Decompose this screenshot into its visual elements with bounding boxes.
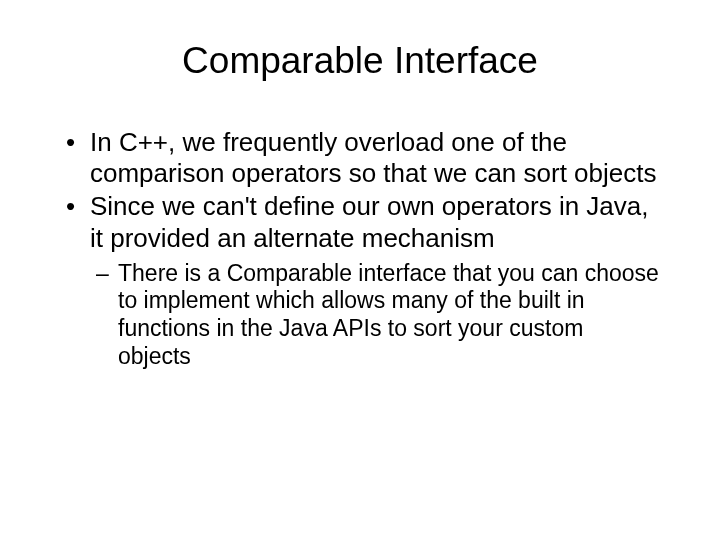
sub-bullet-item: There is a Comparable interface that you…: [60, 260, 660, 370]
bullet-list: In C++, we frequently overload one of th…: [60, 127, 660, 370]
slide-container: Comparable Interface In C++, we frequent…: [0, 0, 720, 540]
slide-title: Comparable Interface: [60, 40, 660, 82]
bullet-item: In C++, we frequently overload one of th…: [60, 127, 660, 189]
bullet-item: Since we can't define our own operators …: [60, 191, 660, 253]
